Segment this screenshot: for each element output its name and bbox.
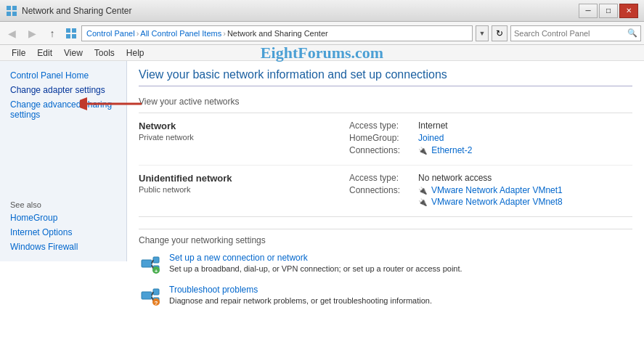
svg-rect-17	[142, 292, 152, 299]
window-title: Network and Sharing Center	[22, 6, 131, 16]
svg-line-21	[152, 297, 153, 301]
svg-rect-18	[153, 289, 159, 295]
conn-icon-1: 🔌	[418, 147, 427, 155]
svg-rect-1	[12, 6, 17, 10]
svg-line-14	[152, 265, 153, 269]
homegroup-value-1[interactable]: Joined	[418, 133, 444, 143]
address-path[interactable]: Control Panel › All Control Panel Items …	[81, 25, 473, 41]
connections-value-1[interactable]: 🔌 Ethernet-2	[418, 145, 472, 155]
svg-text:+: +	[155, 268, 158, 274]
svg-rect-2	[7, 12, 11, 16]
svg-rect-5	[72, 28, 76, 33]
svg-rect-0	[7, 6, 11, 10]
conn-icon-2b: 🔌	[418, 198, 427, 206]
svg-rect-4	[66, 28, 70, 33]
search-input[interactable]	[514, 29, 624, 38]
conn-1-row[interactable]: 🔌 VMware Network Adapter VMnet1	[418, 185, 563, 195]
up-button[interactable]: ↑	[44, 25, 61, 41]
homegroup-label-1: HomeGroup:	[349, 133, 418, 143]
network-1-name: Network	[139, 121, 335, 131]
connections-label-1: Connections:	[349, 145, 418, 155]
menu-tools[interactable]: Tools	[89, 46, 121, 60]
conn-vmnet8[interactable]: VMware Network Adapter VMnet8	[431, 197, 563, 207]
ns-title-new-connection[interactable]: Set up a new connection or network	[169, 253, 462, 263]
access-type-label-2: Access type:	[349, 173, 418, 183]
forward-button[interactable]: ▶	[23, 25, 41, 41]
maximize-button[interactable]: □	[599, 4, 618, 18]
ns-item-new-connection: + Set up a new connection or network Set…	[139, 253, 632, 276]
network-2-name: Unidentified network	[139, 173, 335, 184]
menu-view[interactable]: View	[58, 46, 89, 60]
svg-rect-6	[66, 34, 70, 38]
sidebar-internet-options[interactable]: Internet Options	[0, 225, 126, 240]
ns-header: Change your networking settings	[139, 229, 632, 245]
close-button[interactable]: ✕	[619, 4, 638, 18]
troubleshoot-icon: ?	[139, 285, 162, 308]
sidebar-change-advanced-sharing[interactable]: Change advanced sharing settings	[0, 97, 126, 122]
address-dropdown[interactable]: ▼	[476, 25, 489, 41]
ns-item-troubleshoot: ? Troubleshoot problems Diagnose and rep…	[139, 285, 632, 308]
see-also-label: See also	[0, 195, 126, 211]
network-1-type: Private network	[139, 133, 335, 142]
svg-rect-10	[142, 260, 152, 267]
search-icon: 🔍	[627, 28, 637, 38]
network-row-1: Network Private network Access type: Int…	[139, 113, 632, 166]
conn-2-row[interactable]: 🔌 VMware Network Adapter VMnet8	[418, 197, 563, 207]
path-all-items[interactable]: All Control Panel Items	[140, 29, 221, 38]
refresh-button[interactable]: ↻	[492, 25, 508, 41]
svg-text:?: ?	[155, 300, 158, 306]
svg-rect-3	[12, 12, 17, 16]
sidebar-control-panel-home[interactable]: Control Panel Home	[0, 68, 126, 83]
sidebar-homegroup[interactable]: HomeGroup	[0, 211, 126, 225]
address-icon	[65, 28, 77, 39]
ns-title-troubleshoot[interactable]: Troubleshoot problems	[169, 285, 432, 295]
sidebar: Control Panel Home Change adapter settin…	[0, 61, 127, 261]
svg-rect-11	[153, 257, 159, 263]
new-connection-icon: +	[139, 253, 162, 276]
menu-edit[interactable]: Edit	[31, 46, 58, 60]
app-icon	[6, 5, 17, 17]
access-type-label-1: Access type:	[349, 121, 418, 131]
access-type-value-1: Internet	[418, 121, 448, 131]
ns-desc-troubleshoot: Diagnose and repair network problems, or…	[169, 296, 432, 305]
connections-label-2: Connections:	[349, 185, 418, 207]
search-box[interactable]: 🔍	[510, 25, 641, 41]
network-2-type: Public network	[139, 185, 335, 194]
ns-item-troubleshoot-text: Troubleshoot problems Diagnose and repai…	[169, 285, 432, 305]
networking-settings: Change your networking settings + Set up…	[139, 229, 632, 308]
ns-item-new-connection-text: Set up a new connection or network Set u…	[169, 253, 462, 273]
conn-vmnet1[interactable]: VMware Network Adapter VMnet1	[431, 185, 563, 195]
sidebar-change-adapter-settings[interactable]: Change adapter settings	[0, 83, 126, 97]
menu-bar: File Edit View Tools Help EightForums.co…	[0, 45, 644, 61]
path-control-panel[interactable]: Control Panel	[86, 29, 135, 38]
title-bar: Network and Sharing Center ─ □ ✕	[0, 0, 644, 22]
svg-rect-7	[72, 34, 76, 38]
page-title: View your basic network information and …	[139, 68, 632, 86]
network-table: Network Private network Access type: Int…	[139, 113, 632, 217]
sidebar-windows-firewall[interactable]: Windows Firewall	[0, 240, 126, 254]
menu-file[interactable]: File	[6, 46, 31, 60]
back-button[interactable]: ◀	[3, 25, 20, 41]
path-current: Network and Sharing Center	[227, 29, 328, 38]
active-networks-header: View your active networks	[139, 97, 632, 107]
content: View your basic network information and …	[127, 61, 644, 363]
minimize-button[interactable]: ─	[579, 4, 598, 18]
address-bar: ◀ ▶ ↑ Control Panel › All Control Panel …	[0, 22, 644, 45]
watermark: EightForums.com	[261, 44, 383, 62]
menu-help[interactable]: Help	[121, 46, 150, 60]
access-type-value-2: No network access	[418, 173, 492, 183]
conn-icon-2a: 🔌	[418, 187, 427, 195]
ns-desc-new-connection: Set up a broadband, dial-up, or VPN conn…	[169, 264, 462, 273]
network-row-2: Unidentified network Public network Acce…	[139, 166, 632, 216]
